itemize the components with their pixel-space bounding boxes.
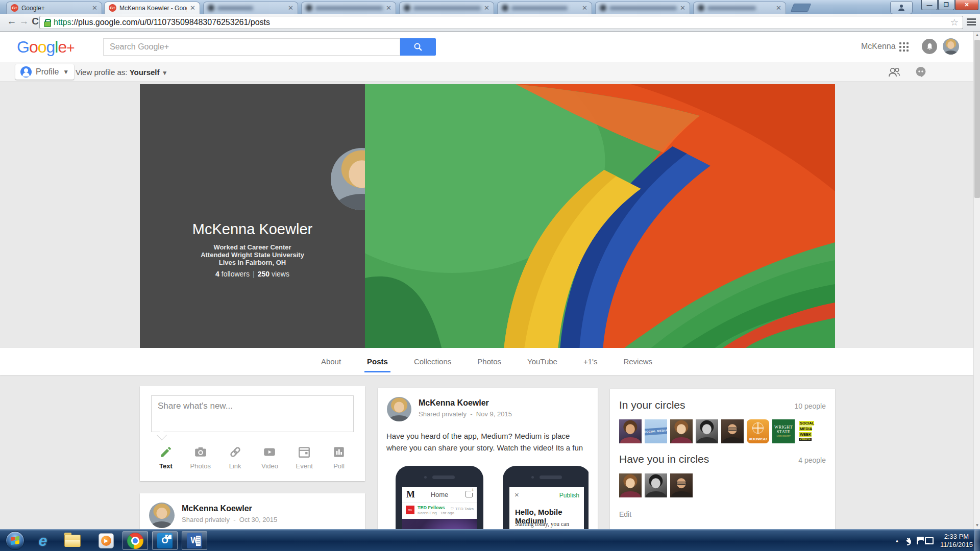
tab-reviews[interactable]: Reviews	[622, 348, 653, 374]
tab-plusones[interactable]: +1's	[582, 348, 598, 374]
show-desktop-button[interactable]	[974, 530, 980, 551]
publish-label: Publish	[559, 492, 579, 499]
google-apps-grid-icon[interactable]	[899, 42, 910, 53]
back-button[interactable]: ←	[5, 16, 18, 27]
browser-tab-blurred[interactable]: ✕	[497, 2, 592, 14]
share-action-video[interactable]: Video	[255, 439, 284, 476]
profile-person-icon	[20, 66, 32, 78]
outlook-icon: O	[157, 533, 173, 548]
circle-member-avatar[interactable]	[696, 419, 718, 443]
taskbar-media-player[interactable]: ▶	[96, 531, 116, 550]
add-people-icon[interactable]	[888, 66, 901, 78]
tab-close-icon[interactable]: ✕	[92, 4, 97, 12]
pencil-icon	[159, 445, 173, 459]
header-account-avatar[interactable]	[943, 38, 959, 55]
bookmark-star-icon[interactable]: ☆	[950, 17, 959, 28]
tab-close-icon[interactable]: ✕	[386, 4, 391, 12]
taskbar-chrome-open[interactable]	[122, 531, 148, 550]
start-button[interactable]	[6, 531, 24, 550]
post-author-name[interactable]: McKenna Koewler	[182, 503, 277, 513]
window-minimize-button[interactable]: —	[921, 0, 938, 10]
page-scrollbar[interactable]: ▲ ▼	[973, 32, 980, 529]
circle-member-wright-state[interactable]: WRIGHT STATE UNIVERSITY	[772, 419, 795, 443]
notifications-bell-icon[interactable]	[922, 39, 937, 54]
scrollbar-up-arrow[interactable]: ▲	[974, 32, 980, 39]
profile-menu-button[interactable]: Profile ▼	[15, 64, 74, 80]
circle-member-avatar[interactable]	[645, 473, 667, 497]
video-icon	[263, 445, 276, 459]
tray-expand-icon[interactable]: ▲	[895, 538, 899, 543]
media-player-icon: ▶	[99, 533, 114, 548]
chrome-menu-icon[interactable]	[967, 18, 976, 26]
chrome-profile-button[interactable]	[890, 1, 913, 14]
edit-circles-link[interactable]: Edit	[619, 510, 631, 518]
taskbar-clock[interactable]: 2:33 PM 11/16/2015	[940, 533, 973, 549]
profile-location: Lives in Fairborn, OH	[140, 259, 365, 266]
post-card-main[interactable]: McKenna Koewler Shared privately - Nov 9…	[378, 388, 598, 551]
scrollbar-thumb[interactable]	[974, 40, 980, 198]
tab-close-icon[interactable]: ✕	[190, 4, 195, 12]
windows-logo-icon	[11, 536, 19, 545]
action-center-flag-icon[interactable]	[917, 537, 918, 544]
new-tab-button[interactable]	[791, 4, 811, 12]
tab-posts[interactable]: Posts	[366, 348, 389, 374]
share-input[interactable]: Share what's new...	[151, 395, 354, 432]
gplus-search-input[interactable]	[103, 38, 400, 56]
circle-member-avatar[interactable]	[721, 419, 744, 443]
hangouts-icon[interactable]	[915, 66, 926, 78]
circle-member-avatar[interactable]	[619, 473, 642, 497]
circle-member-ddwsu[interactable]: #DDWSU	[747, 419, 769, 443]
browser-tab-blurred[interactable]: ✕	[595, 2, 690, 14]
browser-tab-blurred[interactable]: ✕	[301, 2, 396, 14]
chevron-down-icon: ▼	[63, 68, 69, 76]
browser-tab-blurred[interactable]: ✕	[203, 2, 298, 14]
close-icon: ×	[514, 490, 519, 499]
taskbar-outlook-open[interactable]: O	[152, 531, 178, 550]
circle-member-avatar[interactable]	[670, 473, 693, 497]
tab-photos[interactable]: Photos	[476, 348, 502, 374]
share-action-poll[interactable]: Poll	[324, 439, 354, 476]
profile-toolbar: Profile ▼ View profile as: Yourself ▼	[0, 62, 973, 82]
browser-tab-googleplus[interactable]: G+ Google+ ✕	[6, 2, 102, 14]
system-tray: ▲ 2:33 PM 11/16/2015	[895, 530, 973, 551]
tab-close-icon[interactable]: ✕	[582, 4, 587, 12]
tab-close-icon[interactable]: ✕	[288, 4, 293, 12]
browser-tab-blurred[interactable]: ✕	[399, 2, 494, 14]
url-text[interactable]: https://plus.google.com/u/0/110735098483…	[54, 18, 947, 27]
share-action-text[interactable]: Text	[151, 439, 181, 476]
taskbar-word-open[interactable]: W	[182, 531, 207, 550]
network-icon[interactable]	[925, 537, 934, 544]
circle-member-avatar[interactable]	[670, 419, 693, 443]
tab-close-icon[interactable]: ✕	[776, 4, 781, 12]
browser-tab-mckenna-active[interactable]: G+ McKenna Koewler - Goog ✕	[104, 2, 200, 14]
post-author-avatar[interactable]	[387, 397, 411, 421]
header-username[interactable]: McKenna	[861, 42, 896, 51]
share-action-photos[interactable]: Photos	[186, 439, 215, 476]
address-bar[interactable]: https://plus.google.com/u/0/110735098483…	[39, 16, 963, 29]
post-author-avatar[interactable]	[149, 503, 175, 528]
circle-member-social-media-week[interactable]: SOCIAL MEDIA WEEK #SMW14	[798, 419, 820, 443]
tab-about[interactable]: About	[320, 348, 342, 374]
gplus-search-button[interactable]	[400, 38, 436, 56]
chevron-down-icon: ▼	[162, 69, 168, 77]
post-author-name[interactable]: McKenna Koewler	[419, 397, 512, 408]
volume-icon[interactable]	[906, 538, 910, 544]
circle-member-avatar[interactable]	[619, 419, 642, 443]
taskbar-internet-explorer[interactable]: e	[33, 531, 53, 550]
scrollbar-down-arrow[interactable]: ▼	[974, 522, 980, 529]
tab-youtube[interactable]: YouTube	[526, 348, 558, 374]
taskbar-file-explorer[interactable]	[62, 531, 83, 550]
window-maximize-button[interactable]: ❐	[938, 0, 954, 10]
tab-close-icon[interactable]: ✕	[484, 4, 489, 12]
gplus-logo[interactable]: Google+	[17, 38, 75, 57]
share-action-link[interactable]: Link	[220, 439, 250, 476]
view-profile-as[interactable]: View profile as: Yourself ▼	[76, 68, 168, 77]
profile-education: Attended Wright State University	[140, 251, 365, 259]
tab-collections[interactable]: Collections	[413, 348, 452, 374]
ssl-padlock-icon[interactable]	[44, 19, 50, 26]
browser-tab-blurred[interactable]: ✕	[693, 2, 786, 14]
circle-member-avatar[interactable]: SOCIAL MEDIA	[645, 419, 667, 443]
tab-close-icon[interactable]: ✕	[680, 4, 685, 12]
share-action-event[interactable]: Event	[289, 439, 319, 476]
window-close-button[interactable]: ✕	[955, 0, 978, 10]
